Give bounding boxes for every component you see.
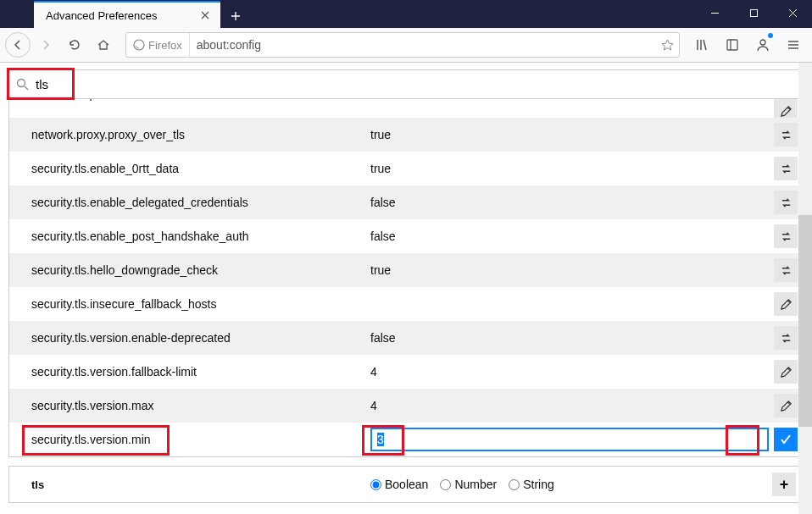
pref-row: security.tls.version.enable-deprecatedfa… xyxy=(9,321,803,355)
pref-value: 4 xyxy=(370,399,774,412)
edit-button[interactable] xyxy=(774,360,798,384)
pref-search-box[interactable] xyxy=(8,69,804,99)
toggle-button[interactable] xyxy=(774,258,798,282)
svg-point-3 xyxy=(760,40,765,45)
pref-row: security.tls.version.max4 xyxy=(9,389,803,423)
edit-button[interactable] xyxy=(774,292,798,316)
sidebar-icon[interactable] xyxy=(719,31,746,58)
pref-value: false xyxy=(370,331,774,345)
toggle-button[interactable] xyxy=(774,224,798,248)
pref-value: false xyxy=(370,196,774,209)
pref-row: security.tls.version.min xyxy=(9,423,803,456)
identity-box[interactable]: Firefox xyxy=(126,33,190,57)
back-button[interactable] xyxy=(5,32,31,58)
identity-label: Firefox xyxy=(148,39,182,52)
pref-value: true xyxy=(370,128,774,141)
type-radio-number[interactable]: Number xyxy=(440,478,497,491)
pref-list: network.http.tls-handshake-timeout30netw… xyxy=(8,99,804,457)
pref-name: security.tls.hello_downgrade_check xyxy=(31,263,370,277)
scrollbar-thumb[interactable] xyxy=(798,215,812,427)
pref-edit-input[interactable] xyxy=(370,428,769,451)
reload-button[interactable] xyxy=(61,31,88,58)
page-content: network.http.tls-handshake-timeout30netw… xyxy=(0,63,812,514)
home-button[interactable] xyxy=(90,31,117,58)
edit-button[interactable] xyxy=(774,99,798,118)
toggle-button[interactable] xyxy=(774,326,798,350)
pref-name: security.tls.version.min xyxy=(31,433,370,446)
titlebar: Advanced Preferences xyxy=(0,0,812,28)
pref-name: security.tls.enable_delegated_credential… xyxy=(31,196,370,209)
pref-row: security.tls.hello_downgrade_checktrue xyxy=(9,253,803,287)
svg-rect-2 xyxy=(727,40,737,50)
close-window-button[interactable] xyxy=(773,0,812,25)
pref-row: security.tls.enable_post_handshake_authf… xyxy=(9,219,803,253)
pref-name: network.proxy.proxy_over_tls xyxy=(31,128,370,141)
svg-point-4 xyxy=(18,80,25,87)
edit-button[interactable] xyxy=(774,394,798,417)
pref-name: network.http.tls-handshake-timeout xyxy=(31,99,370,101)
confirm-button[interactable] xyxy=(774,428,798,451)
window-controls xyxy=(695,0,812,25)
firefox-icon xyxy=(133,39,145,51)
bookmark-star-icon[interactable] xyxy=(655,39,679,52)
pref-name: security.tls.version.fallback-limit xyxy=(31,365,370,379)
pref-value: true xyxy=(370,162,774,175)
pref-name: security.tls.version.enable-deprecated xyxy=(31,331,370,345)
pref-row: network.http.tls-handshake-timeout30 xyxy=(9,99,803,118)
library-icon[interactable] xyxy=(688,31,715,58)
new-pref-name: tls xyxy=(31,478,370,491)
nav-toolbar: Firefox xyxy=(0,28,812,63)
account-icon[interactable] xyxy=(749,31,776,58)
pref-row: network.proxy.proxy_over_tlstrue xyxy=(9,118,803,152)
pref-name: security.tls.insecure_fallback_hosts xyxy=(31,297,370,311)
pref-value: 30 xyxy=(370,99,774,101)
add-pref-button[interactable]: + xyxy=(772,473,796,496)
pref-name: security.tls.enable_0rtt_data xyxy=(31,162,370,175)
pref-row: security.tls.enable_0rtt_datatrue xyxy=(9,152,803,185)
pref-row: security.tls.version.fallback-limit4 xyxy=(9,355,803,389)
maximize-button[interactable] xyxy=(734,0,773,25)
pref-value: true xyxy=(370,263,774,277)
pref-row: security.tls.enable_delegated_credential… xyxy=(9,185,803,219)
new-pref-type-radios: BooleanNumberString xyxy=(370,478,772,491)
url-bar[interactable]: Firefox xyxy=(125,32,680,58)
pref-name: security.tls.version.max xyxy=(31,399,370,412)
tab-title: Advanced Preferences xyxy=(46,9,197,22)
new-tab-button[interactable] xyxy=(224,4,247,28)
search-icon xyxy=(16,78,29,91)
new-pref-bar: tls BooleanNumberString + xyxy=(8,466,804,503)
forward-button xyxy=(32,31,59,58)
pref-name: security.tls.enable_post_handshake_auth xyxy=(31,229,370,243)
toggle-button[interactable] xyxy=(774,123,798,146)
svg-rect-0 xyxy=(750,9,757,16)
type-radio-boolean[interactable]: Boolean xyxy=(370,478,428,491)
toggle-button[interactable] xyxy=(774,157,798,180)
type-radio-string[interactable]: String xyxy=(509,478,554,491)
tab-close-button[interactable] xyxy=(197,7,214,24)
menu-button[interactable] xyxy=(780,31,807,58)
toggle-button[interactable] xyxy=(774,191,798,214)
pref-search-input[interactable] xyxy=(36,77,796,91)
pref-value: 4 xyxy=(370,365,774,379)
pref-value: false xyxy=(370,229,774,243)
url-input[interactable] xyxy=(190,38,655,52)
pref-row: security.tls.insecure_fallback_hosts xyxy=(9,287,803,321)
minimize-button[interactable] xyxy=(695,0,734,25)
browser-tab[interactable]: Advanced Preferences xyxy=(34,1,220,28)
